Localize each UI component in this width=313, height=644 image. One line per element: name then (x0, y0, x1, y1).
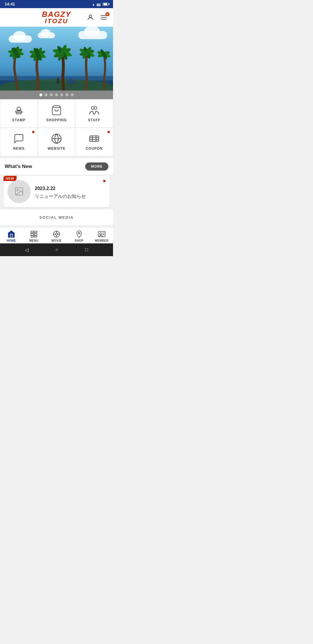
news-new-dot (32, 131, 34, 133)
news-label: NEWS (13, 146, 25, 151)
stamp-label: STAMP (12, 118, 26, 122)
logo-line2: ITOZU (42, 18, 71, 24)
icon-grid: STAMP SHOPPING STAFF NEWS (0, 99, 113, 156)
home-icon (7, 230, 15, 238)
news-unread-dot (103, 180, 105, 182)
website-icon (51, 133, 62, 144)
wifi-icon (92, 2, 95, 6)
news-icon (13, 133, 24, 144)
signal-icon (97, 2, 101, 6)
staff-icon (89, 105, 100, 116)
stamp-button[interactable]: STAMP (0, 99, 38, 128)
social-media-section: SOCIAL MEDIA (0, 209, 113, 225)
shopping-label: SHOPPING (46, 118, 67, 122)
svg-rect-49 (34, 231, 37, 233)
recent-apps-button[interactable]: □ (85, 247, 88, 252)
back-button[interactable]: ◁ (25, 247, 28, 253)
svg-point-55 (56, 233, 58, 235)
nav-menu-label: MENU (29, 239, 38, 242)
header-icons: N (86, 13, 108, 22)
battery-icon (103, 3, 108, 6)
svg-point-29 (57, 78, 59, 80)
news-text: リニューアルのお知らせ (35, 193, 105, 200)
website-button[interactable]: WEBSITE (38, 128, 75, 156)
nav-shop[interactable]: SHOP (70, 230, 88, 242)
svg-rect-52 (31, 236, 34, 237)
time-display: 14:41 (5, 2, 15, 6)
news-content: 2023.2.22 リニューアルのお知らせ (35, 184, 105, 200)
coupon-label: COUPON (86, 146, 103, 151)
header: BAGZY ITOZU N (0, 8, 113, 27)
nav-menu[interactable]: MENU (25, 230, 43, 242)
movie-icon (52, 230, 61, 238)
nav-home[interactable]: HOME (3, 230, 20, 242)
svg-point-37 (92, 106, 94, 109)
carousel-dot-2[interactable] (45, 93, 48, 96)
shop-icon (75, 230, 83, 238)
svg-point-0 (89, 15, 92, 17)
nav-movie[interactable]: MOVIE (48, 230, 65, 242)
svg-point-28 (57, 79, 59, 84)
svg-rect-50 (31, 234, 34, 235)
shopping-icon (51, 105, 62, 116)
svg-point-47 (17, 189, 18, 191)
carousel-dot-6[interactable] (65, 93, 68, 96)
svg-point-60 (78, 232, 80, 234)
news-card[interactable]: NEW 2023.2.22 リニューアルのお知らせ (3, 176, 110, 207)
svg-rect-48 (31, 231, 34, 233)
carousel-dot-1[interactable] (39, 93, 42, 96)
profile-button[interactable] (86, 13, 95, 22)
svg-point-62 (100, 233, 102, 235)
staff-button[interactable]: STAFF (75, 99, 113, 128)
svg-rect-33 (17, 113, 21, 114)
logo-line1: BAGZY (42, 10, 71, 18)
carousel-dot-5[interactable] (60, 93, 63, 96)
status-bar: 14:41 (0, 0, 113, 8)
coupon-button[interactable]: COUPON (75, 128, 113, 156)
news-button[interactable]: NEWS (0, 128, 38, 156)
svg-point-38 (94, 106, 97, 109)
hero-banner[interactable] (0, 27, 113, 91)
nav-member-label: MEMBER (95, 239, 108, 242)
nav-shop-label: SHOP (75, 239, 83, 242)
news-thumbnail (8, 180, 31, 203)
carousel-dot-4[interactable] (55, 93, 58, 96)
whats-new-header: What's New MORE (0, 158, 113, 175)
svg-rect-51 (34, 234, 37, 235)
home-system-button[interactable]: ○ (55, 247, 58, 252)
notification-badge: N (105, 12, 110, 16)
more-button[interactable]: MORE (85, 162, 108, 171)
nav-member[interactable]: MEMBER (93, 230, 110, 242)
nav-movie-label: MOVIE (52, 239, 62, 242)
whats-new-title: What's New (5, 164, 32, 169)
carousel-dot-7[interactable] (71, 93, 74, 96)
bottom-nav: HOME MENU MOVIE SHOP (0, 227, 113, 243)
stamp-icon (13, 105, 24, 116)
status-icons (92, 2, 108, 6)
carousel-dots[interactable] (0, 91, 113, 99)
svg-rect-53 (34, 236, 37, 237)
hero-scene (0, 27, 113, 91)
staff-label: STAFF (88, 118, 101, 122)
coupon-new-dot (108, 131, 110, 133)
app-logo: BAGZY ITOZU (42, 10, 71, 24)
shopping-button[interactable]: SHOPPING (38, 99, 75, 128)
menu-icon (30, 230, 38, 238)
member-icon (98, 230, 106, 238)
svg-rect-41 (90, 136, 99, 142)
social-media-title: SOCIAL MEDIA (39, 215, 74, 220)
android-nav-bar: ◁ ○ □ (0, 243, 113, 256)
menu-button[interactable]: N (99, 13, 108, 22)
news-date: 2023.2.22 (35, 186, 105, 191)
coupon-icon (89, 133, 100, 144)
news-badge: NEW (3, 176, 17, 181)
image-placeholder-icon (14, 187, 24, 196)
website-label: WEBSITE (48, 146, 65, 151)
carousel-dot-3[interactable] (50, 93, 53, 96)
nav-home-label: HOME (7, 239, 16, 242)
user-icon (87, 14, 94, 21)
